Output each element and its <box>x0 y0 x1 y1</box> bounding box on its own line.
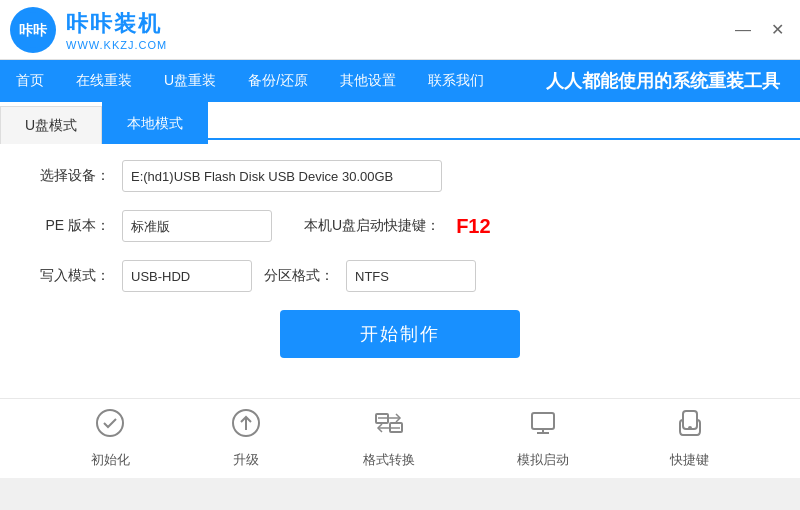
nav-home[interactable]: 首页 <box>0 60 60 102</box>
shortcut-key: F12 <box>456 215 490 238</box>
pe-label: PE 版本： <box>40 217 110 235</box>
init-label: 初始化 <box>91 451 130 469</box>
close-button[interactable]: ✕ <box>765 18 790 41</box>
toolbar-upgrade[interactable]: 升级 <box>231 408 261 469</box>
device-select[interactable]: E:(hd1)USB Flash Disk USB Device 30.00GB <box>122 160 442 192</box>
bottom-toolbar: 初始化 升级 格式转换 <box>0 398 800 478</box>
device-row: 选择设备： E:(hd1)USB Flash Disk USB Device 3… <box>40 160 760 192</box>
start-btn-container: 开始制作 <box>40 310 760 358</box>
convert-label: 格式转换 <box>363 451 415 469</box>
nav-backup-restore[interactable]: 备份/还原 <box>232 60 324 102</box>
tab-usb-mode[interactable]: U盘模式 <box>0 106 102 144</box>
simulate-label: 模拟启动 <box>517 451 569 469</box>
tab-local-mode[interactable]: 本地模式 <box>102 102 208 144</box>
title-bar: 咔咔 咔咔装机 WWW.KKZJ.COM — ✕ <box>0 0 800 60</box>
partition-select-wrapper: NTFS <box>346 260 476 292</box>
pe-select[interactable]: 标准版 <box>122 210 272 242</box>
simulate-icon <box>528 408 558 445</box>
svg-point-13 <box>688 426 692 430</box>
main-content: 选择设备： E:(hd1)USB Flash Disk USB Device 3… <box>0 140 800 398</box>
nav-online-reinstall[interactable]: 在线重装 <box>60 60 148 102</box>
app-subtitle: WWW.KKZJ.COM <box>66 39 167 51</box>
title-bar-left: 咔咔 咔咔装机 WWW.KKZJ.COM <box>10 7 167 53</box>
toolbar-convert[interactable]: 格式转换 <box>363 408 415 469</box>
write-row: 写入模式： USB-HDD 分区格式： NTFS <box>40 260 760 292</box>
nav-bar: 首页 在线重装 U盘重装 备份/还原 其他设置 联系我们 人人都能使用的系统重装… <box>0 60 800 102</box>
upgrade-icon <box>231 408 261 445</box>
nav-contact-us[interactable]: 联系我们 <box>412 60 500 102</box>
partition-label: 分区格式： <box>264 267 334 285</box>
shortcut-label: 本机U盘启动快捷键： <box>304 217 440 235</box>
nav-other-settings[interactable]: 其他设置 <box>324 60 412 102</box>
pe-row: PE 版本： 标准版 本机U盘启动快捷键： F12 <box>40 210 760 242</box>
toolbar-init[interactable]: 初始化 <box>91 408 130 469</box>
nav-slogan: 人人都能使用的系统重装工具 <box>546 69 800 93</box>
init-icon <box>95 408 125 445</box>
svg-rect-8 <box>532 413 554 429</box>
start-button[interactable]: 开始制作 <box>280 310 520 358</box>
app-title: 咔咔装机 <box>66 9 167 39</box>
write-select-wrapper: USB-HDD <box>122 260 252 292</box>
partition-select[interactable]: NTFS <box>346 260 476 292</box>
svg-text:咔咔: 咔咔 <box>19 22 48 38</box>
toolbar-simulate[interactable]: 模拟启动 <box>517 408 569 469</box>
shortcut-icon <box>675 408 705 445</box>
window-controls: — ✕ <box>729 18 790 41</box>
tab-bar: U盘模式 本地模式 <box>0 102 800 140</box>
app-title-block: 咔咔装机 WWW.KKZJ.COM <box>66 9 167 51</box>
write-select[interactable]: USB-HDD <box>122 260 252 292</box>
pe-select-wrapper: 标准版 <box>122 210 272 242</box>
app-logo: 咔咔 <box>10 7 56 53</box>
write-label: 写入模式： <box>40 267 110 285</box>
upgrade-label: 升级 <box>233 451 259 469</box>
device-label: 选择设备： <box>40 167 110 185</box>
convert-icon <box>374 408 404 445</box>
svg-point-2 <box>97 410 123 436</box>
nav-usb-reinstall[interactable]: U盘重装 <box>148 60 232 102</box>
shortcut-label: 快捷键 <box>670 451 709 469</box>
toolbar-shortcut[interactable]: 快捷键 <box>670 408 709 469</box>
device-select-wrapper: E:(hd1)USB Flash Disk USB Device 30.00GB <box>122 160 442 192</box>
minimize-button[interactable]: — <box>729 19 757 41</box>
